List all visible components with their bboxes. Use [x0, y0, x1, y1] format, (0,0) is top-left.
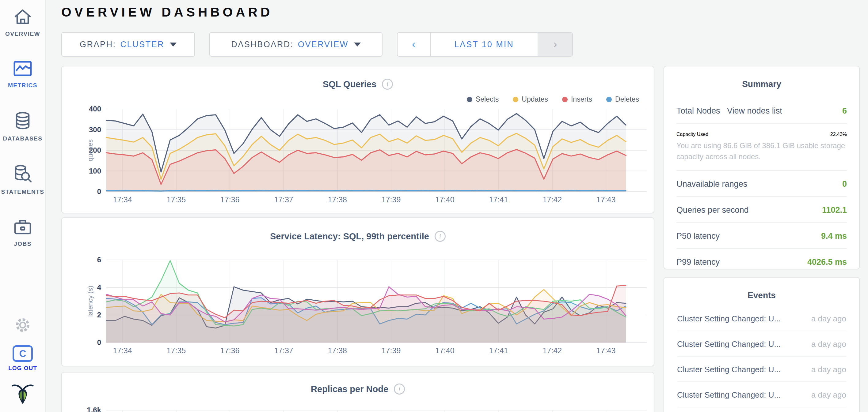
svg-text:17:37: 17:37 — [274, 346, 293, 355]
sql-queries-card: SQL Queries i Selects Updates Inserts De… — [61, 66, 654, 213]
sidebar-item-metrics[interactable]: METRICS — [8, 60, 37, 89]
svg-text:400: 400 — [89, 105, 101, 113]
event-time: a day ago — [811, 390, 846, 400]
total-nodes-label: Total Nodes — [676, 106, 720, 115]
service-latency-card: Service Latency: SQL, 99th percentile i … — [61, 217, 654, 367]
svg-text:17:43: 17:43 — [596, 346, 616, 355]
event-text[interactable]: Cluster Setting Changed: U... — [677, 390, 781, 400]
settings-gear-icon[interactable] — [14, 316, 31, 335]
admin-ui-screen: OVERVIEW METRICS DATABASES — [0, 0, 868, 412]
event-text[interactable]: Cluster Setting Changed: U... — [677, 339, 781, 349]
svg-text:0: 0 — [97, 187, 101, 196]
svg-text:2: 2 — [97, 311, 101, 319]
sidebar-item-label: JOBS — [14, 241, 32, 247]
event-time: a day ago — [811, 365, 846, 374]
time-range-label[interactable]: LAST 10 MIN — [431, 33, 537, 56]
svg-text:6: 6 — [97, 255, 101, 264]
svg-text:4: 4 — [97, 283, 101, 291]
unavailable-ranges-label: Unavailable ranges — [676, 179, 747, 189]
graph-dropdown-label: GRAPH: — [80, 40, 116, 49]
event-text[interactable]: Cluster Setting Changed: U... — [677, 314, 781, 323]
sidebar-item-overview[interactable]: OVERVIEW — [5, 7, 40, 37]
p99-latency-label: P99 latency — [676, 258, 720, 267]
svg-text:100: 100 — [89, 167, 101, 175]
summary-row-total-nodes: Total Nodes View nodes list 6 — [676, 98, 847, 124]
svg-text:17:38: 17:38 — [328, 195, 347, 204]
p50-latency-value: 9.4 ms — [821, 231, 847, 241]
events-title: Events — [664, 278, 859, 300]
summary-panel: Summary Total Nodes View nodes list 6 Ca… — [663, 66, 860, 269]
summary-row-capacity: Capacity Used 22.43% You are using 86.6 … — [676, 124, 847, 171]
event-row: Cluster Setting Changed: U... a day ago — [677, 331, 846, 356]
sidebar-item-label: OVERVIEW — [5, 31, 40, 37]
summary-row-qps: Queries per second 1102.1 — [676, 197, 847, 223]
service-latency-chart[interactable]: 17:3417:3517:3617:3717:3817:3917:4017:41… — [62, 218, 655, 367]
time-range-prev-button[interactable]: ‹ — [398, 33, 431, 56]
chevron-right-icon: › — [554, 38, 557, 51]
summary-title: Summary — [664, 66, 859, 89]
svg-text:17:43: 17:43 — [596, 195, 616, 204]
sql-queries-chart[interactable]: 17:3417:3517:3617:3717:3817:3917:4017:41… — [62, 66, 655, 214]
event-text[interactable]: Cluster Setting Changed: U... — [677, 365, 781, 374]
p50-latency-label: P50 latency — [676, 231, 720, 241]
graph-dropdown[interactable]: GRAPH: CLUSTER — [61, 32, 195, 57]
chevron-down-icon — [354, 42, 361, 46]
svg-text:17:34: 17:34 — [113, 195, 132, 204]
graph-dropdown-value: CLUSTER — [120, 40, 164, 49]
home-icon — [13, 7, 32, 27]
qps-label: Queries per second — [676, 205, 749, 215]
chevron-down-icon — [170, 42, 177, 46]
replicas-per-node-chart[interactable]: 1.6k — [62, 373, 655, 412]
svg-text:17:34: 17:34 — [113, 346, 132, 355]
sidebar-item-label: METRICS — [8, 82, 37, 89]
svg-text:queries: queries — [87, 139, 94, 161]
sidebar-item-jobs[interactable]: JOBS — [13, 218, 32, 247]
event-row: Cluster Setting Changed: U... a day ago — [677, 407, 846, 412]
svg-text:17:35: 17:35 — [167, 346, 186, 355]
event-row: Cluster Setting Changed: U... a day ago — [677, 382, 846, 407]
svg-text:17:36: 17:36 — [220, 195, 240, 204]
events-panel: Events Cluster Setting Changed: U... a d… — [663, 277, 860, 412]
metrics-icon — [13, 60, 32, 78]
svg-text:300: 300 — [89, 126, 101, 134]
event-time: a day ago — [811, 314, 846, 323]
logout-label: LOG OUT — [8, 365, 37, 372]
event-row: Cluster Setting Changed: U... a day ago — [677, 356, 846, 382]
dashboard-dropdown[interactable]: DASHBOARD: OVERVIEW — [209, 32, 382, 57]
qps-value: 1102.1 — [822, 205, 847, 215]
capacity-used-label: Capacity Used — [676, 132, 708, 137]
cockroach-logo-icon — [11, 383, 35, 407]
dashboard-dropdown-value: OVERVIEW — [298, 40, 348, 49]
statements-icon — [12, 165, 33, 185]
event-row: Cluster Setting Changed: U... a day ago — [677, 306, 846, 331]
capacity-used-value: 22.43% — [830, 132, 847, 137]
svg-text:17:41: 17:41 — [489, 346, 508, 355]
summary-row-p99: P99 latency 4026.5 ms — [676, 249, 847, 274]
summary-row-unavailable-ranges: Unavailable ranges 0 — [676, 171, 847, 197]
sidebar-item-databases[interactable]: DATABASES — [3, 111, 42, 142]
svg-text:17:38: 17:38 — [328, 346, 347, 355]
time-range-next-button[interactable]: › — [537, 33, 572, 56]
sidebar-item-label: DATABASES — [3, 135, 42, 142]
p99-latency-value: 4026.5 ms — [807, 258, 847, 267]
svg-text:17:42: 17:42 — [543, 346, 562, 355]
svg-text:latency (s): latency (s) — [87, 285, 94, 316]
cockroach-monogram-icon: C — [12, 345, 33, 362]
logout-button[interactable]: C LOG OUT — [8, 345, 37, 372]
summary-row-p50: P50 latency 9.4 ms — [676, 223, 847, 249]
sidebar-item-statements[interactable]: STATEMENTS — [1, 165, 44, 195]
sidebar: OVERVIEW METRICS DATABASES — [0, 0, 46, 412]
unavailable-ranges-value: 0 — [842, 179, 847, 189]
svg-text:17:36: 17:36 — [220, 346, 240, 355]
total-nodes-value: 6 — [842, 106, 847, 116]
svg-text:1.6k: 1.6k — [87, 406, 101, 412]
replicas-per-node-card: Replicas per Node i 1.6k — [61, 372, 654, 412]
view-nodes-list-link[interactable]: View nodes list — [727, 106, 782, 115]
svg-text:17:40: 17:40 — [435, 346, 455, 355]
capacity-note: You are using 86.6 GiB of 386.1 GiB usab… — [676, 140, 847, 162]
svg-text:17:40: 17:40 — [435, 195, 455, 204]
databases-icon — [13, 111, 32, 132]
svg-text:17:41: 17:41 — [489, 195, 508, 204]
svg-text:17:35: 17:35 — [167, 195, 186, 204]
svg-text:17:39: 17:39 — [381, 346, 401, 355]
